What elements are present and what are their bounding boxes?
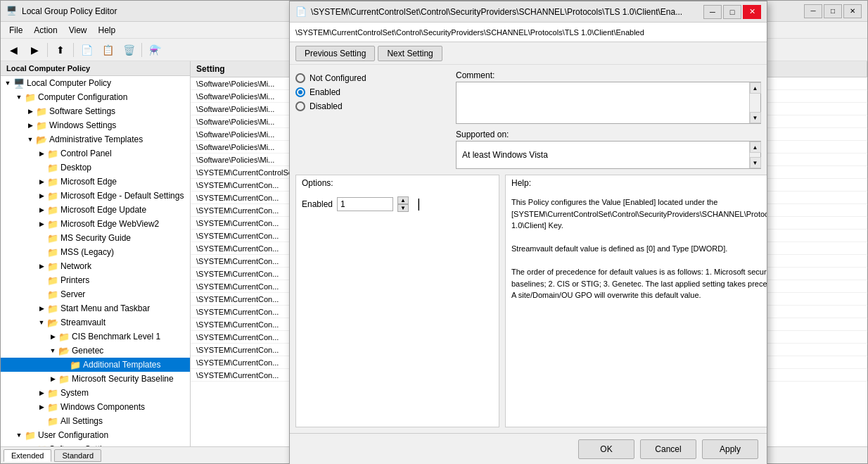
tree-item-streamvault[interactable]: ▼ 📂 Streamvault xyxy=(1,315,190,330)
dialog-path-text: \SYSTEM\CurrentControlSet\Control\Securi… xyxy=(295,28,644,37)
tree-item-additional-templates[interactable]: 📁 Additional Templates xyxy=(1,358,190,372)
toolbar-new[interactable]: 🗑️ xyxy=(119,41,139,59)
tab-standard[interactable]: Standard xyxy=(54,449,101,462)
folder-icon-ms-edge: 📁 xyxy=(47,177,58,187)
expand-icon-root[interactable]: ▼ xyxy=(2,77,13,89)
expand-icon-mss[interactable] xyxy=(36,246,47,258)
menu-help[interactable]: Help xyxy=(93,24,122,37)
tree-item-printers[interactable]: 📁 Printers xyxy=(1,273,190,287)
expand-icon-genetec[interactable]: ▼ xyxy=(47,345,58,356)
tree-item-mss-legacy[interactable]: 📁 MSS (Legacy) xyxy=(1,245,190,259)
toolbar-show-hide[interactable]: 📄 xyxy=(77,41,96,59)
maximize-button[interactable]: □ xyxy=(824,4,842,18)
supported-value-text: At least Windows Vista xyxy=(462,150,548,160)
expand-icon-ms-edge-default[interactable]: ▶ xyxy=(36,190,47,201)
cancel-button[interactable]: Cancel xyxy=(640,439,696,459)
tree-item-ms-edge-update[interactable]: ▶ 📁 Microsoft Edge Update xyxy=(1,203,190,217)
expand-icon-windows-components[interactable]: ▶ xyxy=(36,401,47,413)
expand-icon-network[interactable]: ▶ xyxy=(36,261,47,272)
tree-item-ms-security-guide[interactable]: 📁 MS Security Guide xyxy=(1,231,190,245)
tree-item-genetec[interactable]: ▼ 📂 Genetec xyxy=(1,344,190,358)
tree-item-user-config[interactable]: ▼ 📁 User Configuration xyxy=(1,428,190,442)
expand-icon-ms-edge-update[interactable]: ▶ xyxy=(36,204,47,215)
tree-item-ms-edge-webview2[interactable]: ▶ 📁 Microsoft Edge WebView2 xyxy=(1,217,190,231)
tree-item-network[interactable]: ▶ 📁 Network xyxy=(1,259,190,273)
tree-item-ms-edge-default[interactable]: ▶ 📁 Microsoft Edge - Default Settings xyxy=(1,189,190,203)
dialog-path-bar: \SYSTEM\CurrentControlSet\Control\Securi… xyxy=(290,23,767,42)
folder-icon-user-config: 📁 xyxy=(25,430,36,441)
computer-icon: 🖥️ xyxy=(13,78,25,89)
tree-item-admin-templates[interactable]: ▼ 📂 Administrative Templates xyxy=(1,132,190,146)
tree-item-start-menu[interactable]: ▶ 📁 Start Menu and Taskbar xyxy=(1,301,190,315)
expand-icon-ms-baseline[interactable]: ▶ xyxy=(47,373,58,384)
toolbar-up[interactable]: ⬆ xyxy=(51,41,70,59)
expand-icon-server[interactable] xyxy=(36,289,47,300)
toolbar-back[interactable]: ◀ xyxy=(4,41,23,59)
expand-icon-ms-edge-webview2[interactable]: ▶ xyxy=(36,218,47,230)
tree-item-ms-security-baseline[interactable]: ▶ 📁 Microsoft Security Baseline xyxy=(1,372,190,386)
expand-icon-control[interactable]: ▶ xyxy=(36,148,47,159)
expand-icon-printers[interactable] xyxy=(36,275,47,286)
toolbar-filter[interactable]: ⚗️ xyxy=(145,41,165,59)
expand-icon-ms-security[interactable] xyxy=(36,232,47,244)
tree-item-computer-config[interactable]: ▼ 📁 Computer Configuration xyxy=(1,90,190,104)
folder-icon-windows-settings: 📁 xyxy=(36,120,47,131)
tree-item-ms-edge[interactable]: ▶ 📁 Microsoft Edge xyxy=(1,175,190,189)
expand-icon-ms-edge[interactable]: ▶ xyxy=(36,176,47,187)
expand-icon-software[interactable]: ▶ xyxy=(25,106,36,117)
expand-icon-admin[interactable]: ▼ xyxy=(25,134,36,145)
spin-up-button[interactable]: ▲ xyxy=(397,196,409,204)
tree-item-windows-components[interactable]: ▶ 📁 Windows Components xyxy=(1,400,190,414)
next-setting-button[interactable]: Next Setting xyxy=(378,46,442,61)
apply-button[interactable]: Apply xyxy=(702,439,758,459)
radio-disabled[interactable]: Disabled xyxy=(295,101,450,111)
dialog-close-button[interactable]: ✕ xyxy=(743,5,761,19)
menu-file[interactable]: File xyxy=(4,24,28,37)
radio-not-configured[interactable]: Not Configured xyxy=(295,73,450,83)
expand-icon-all-settings[interactable] xyxy=(36,415,47,427)
tree-item-system[interactable]: ▶ 📁 System xyxy=(1,386,190,400)
supported-scrollbar[interactable]: ▲ ▼ xyxy=(749,142,760,168)
expand-icon-streamvault[interactable]: ▼ xyxy=(36,317,47,328)
tree-item-windows-settings[interactable]: ▶ 📁 Windows Settings xyxy=(1,118,190,132)
previous-setting-button[interactable]: Previous Setting xyxy=(295,46,375,61)
enabled-input[interactable] xyxy=(337,197,393,211)
expand-icon-computer[interactable]: ▼ xyxy=(13,92,25,103)
comment-scrollbar[interactable]: ▲ ▼ xyxy=(749,82,760,123)
help-text-1: This Policy configures the Value [Enable… xyxy=(511,196,767,232)
dialog-minimize-button[interactable]: ─ xyxy=(703,5,722,19)
expand-icon-windows-settings[interactable]: ▶ xyxy=(25,120,36,131)
menu-action[interactable]: Action xyxy=(28,24,63,37)
ok-button[interactable]: OK xyxy=(578,439,634,459)
tree-item-software-settings[interactable]: ▶ 📁 Software Settings xyxy=(1,104,190,118)
radio-enabled[interactable]: Enabled xyxy=(295,87,450,97)
scroll-up-2[interactable]: ▲ xyxy=(750,142,761,153)
tree-item-all-settings[interactable]: 📁 All Settings xyxy=(1,414,190,428)
scroll-up[interactable]: ▲ xyxy=(750,82,761,94)
expand-icon-desktop[interactable] xyxy=(36,162,47,173)
toolbar-properties[interactable]: 📋 xyxy=(98,41,117,59)
toolbar-forward[interactable]: ▶ xyxy=(25,41,44,59)
tree-item-server[interactable]: 📁 Server xyxy=(1,287,190,301)
tab-extended[interactable]: Extended xyxy=(4,449,51,462)
tree-item-cis-benchmark[interactable]: ▶ 📁 CIS Benchmark Level 1 xyxy=(1,330,190,344)
expand-icon-cis[interactable]: ▶ xyxy=(47,331,58,342)
minimize-button[interactable]: ─ xyxy=(804,4,822,18)
close-button[interactable]: ✕ xyxy=(843,4,862,18)
scroll-down-2[interactable]: ▼ xyxy=(750,157,761,168)
radio-not-configured-circle xyxy=(295,73,305,83)
tree-item-control-panel[interactable]: ▶ 📁 Control Panel xyxy=(1,146,190,161)
dialog-nav-bar: Previous Setting Next Setting xyxy=(290,42,767,65)
dialog-maximize-button[interactable]: □ xyxy=(723,5,741,19)
scroll-down[interactable]: ▼ xyxy=(750,112,761,123)
tree-item-root[interactable]: ▼ 🖥️ Local Computer Policy xyxy=(1,76,190,90)
tree-item-desktop[interactable]: 📁 Desktop xyxy=(1,161,190,175)
spin-down-button[interactable]: ▼ xyxy=(397,204,409,212)
expand-icon-system[interactable]: ▶ xyxy=(36,387,47,399)
menu-view[interactable]: View xyxy=(63,24,93,37)
tree-label-ms-edge-update: Microsoft Edge Update xyxy=(60,205,146,215)
expand-icon-start-menu[interactable]: ▶ xyxy=(36,303,47,314)
tree-label-additional-templates: Additional Templates xyxy=(83,360,161,370)
expand-icon-additional[interactable] xyxy=(58,359,70,370)
expand-icon-user-config[interactable]: ▼ xyxy=(13,429,25,441)
